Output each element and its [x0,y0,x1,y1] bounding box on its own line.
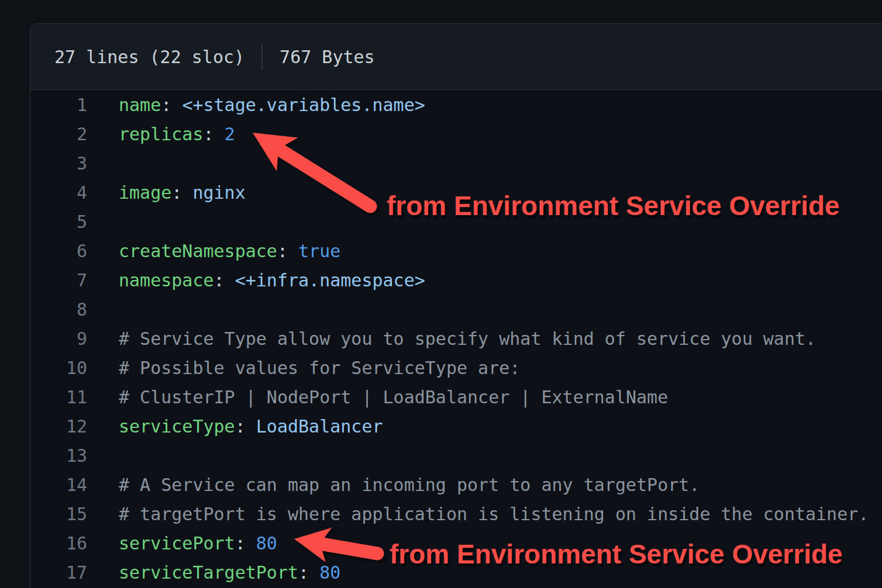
code-text: # Possible values for ServiceType are: [87,354,520,383]
code-line: 11# ClusterIP | NodePort | LoadBalancer … [30,383,882,412]
line-number[interactable]: 2 [30,120,87,149]
code-line: 12serviceType: LoadBalancer [30,412,882,441]
code-line: 7namespace: <+infra.namespace> [30,266,882,295]
line-number[interactable]: 14 [30,471,87,500]
file-viewer-panel: 27 lines (22 sloc) 767 Bytes 1name: <+st… [30,23,882,588]
file-size-info: 767 Bytes [280,47,375,67]
code-line: 13 [30,441,882,471]
code-text: serviceTargetPort: 80 [87,558,340,587]
header-divider [261,44,263,70]
code-text: replicas: 2 [87,120,235,149]
code-text [87,207,119,237]
code-text: servicePort: 80 [87,529,277,558]
code-line: 5 [30,207,882,237]
file-lines-info: 27 lines (22 sloc) [54,47,244,67]
code-text: namespace: <+infra.namespace> [87,266,425,295]
code-lines: 1name: <+stage.variables.name>2replicas:… [30,90,882,587]
code-line: 1name: <+stage.variables.name> [30,91,882,120]
line-number[interactable]: 7 [30,266,87,295]
code-line: 2replicas: 2 [30,120,882,149]
code-text: # A Service can map an incoming port to … [87,471,700,500]
code-text: serviceType: LoadBalancer [87,412,383,441]
file-header: 27 lines (22 sloc) 767 Bytes [30,24,882,90]
page: 27 lines (22 sloc) 767 Bytes 1name: <+st… [0,0,882,588]
code-line: 8 [30,295,882,324]
line-number[interactable]: 9 [30,324,87,354]
line-number[interactable]: 10 [30,354,87,383]
line-number[interactable]: 4 [30,178,87,207]
line-number[interactable]: 5 [30,207,87,237]
code-line: 9# Service Type allow you to specify wha… [30,324,882,354]
line-number[interactable]: 11 [30,383,87,412]
code-text: image: nginx [87,178,246,207]
code-line: 10# Possible values for ServiceType are: [30,354,882,383]
line-number[interactable]: 13 [30,441,87,471]
code-line: 16servicePort: 80 [30,529,882,558]
code-line: 3 [30,149,882,178]
line-number[interactable]: 3 [30,149,87,178]
line-number[interactable]: 15 [30,500,87,529]
line-number[interactable]: 1 [30,91,87,120]
code-text: createNamespace: true [87,237,340,266]
code-text [87,295,119,324]
code-text: # ClusterIP | NodePort | LoadBalancer | … [87,383,668,412]
code-line: 17serviceTargetPort: 80 [30,558,882,587]
code-line: 6createNamespace: true [30,237,882,266]
code-line: 15# targetPort is where application is l… [30,500,882,529]
code-text: # Service Type allow you to specify what… [87,324,816,354]
code-text: name: <+stage.variables.name> [87,91,425,120]
line-number[interactable]: 16 [30,529,87,558]
code-line: 14# A Service can map an incoming port t… [30,471,882,500]
code-line: 4image: nginx [30,178,882,207]
line-number[interactable]: 8 [30,295,87,324]
line-number[interactable]: 6 [30,237,87,266]
line-number[interactable]: 17 [30,558,87,587]
code-text [87,149,119,178]
line-number[interactable]: 12 [30,412,87,441]
code-text: # targetPort is where application is lis… [87,500,869,529]
code-text [87,441,119,471]
